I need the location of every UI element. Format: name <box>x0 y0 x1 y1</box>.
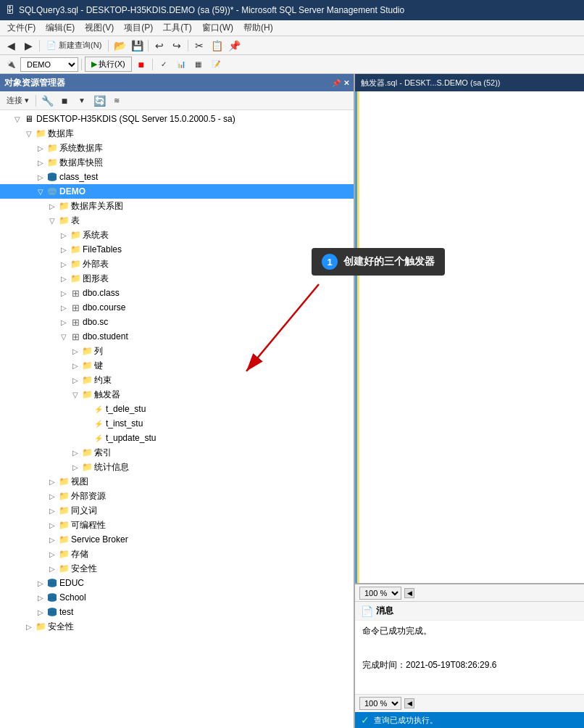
expand-ext-res[interactable]: ▷ <box>46 490 58 502</box>
tree-statistics[interactable]: ▷ 📁 统计信息 <box>0 460 354 474</box>
menu-window[interactable]: 窗口(W) <box>198 20 238 36</box>
execute-btn[interactable]: ▶ 执行(X) <box>85 57 132 72</box>
menu-file[interactable]: 文件(F) <box>3 20 40 36</box>
tree-graph-tables[interactable]: ▷ 📁 图形表 <box>0 271 354 286</box>
bottom-scroll-btn[interactable]: ◀ <box>404 698 414 708</box>
tree-db-diagram[interactable]: ▷ 📁 数据库关系图 <box>0 199 354 213</box>
expand-server[interactable]: ▽ <box>12 113 23 125</box>
tree-filetables[interactable]: ▷ 📁 FileTables <box>0 242 354 257</box>
expand-keys[interactable]: ▷ <box>70 360 81 371</box>
expand-databases[interactable]: ▽ <box>23 128 35 139</box>
menu-help[interactable]: 帮助(H) <box>239 20 278 36</box>
expand-storage[interactable]: ▷ <box>46 548 58 560</box>
expand-columns[interactable]: ▷ <box>70 345 81 357</box>
expand-tables[interactable]: ▽ <box>46 215 58 226</box>
expand-external-tables[interactable]: ▷ <box>58 258 70 270</box>
save-btn[interactable]: 💾 <box>129 38 145 53</box>
tree-keys[interactable]: ▷ 📁 键 <box>0 358 354 373</box>
expand-system-dbs[interactable]: ▷ <box>35 142 46 154</box>
tree-system-dbs[interactable]: ▷ 📁 系统数据库 <box>0 141 354 155</box>
results-btn[interactable]: 📊 <box>173 57 189 72</box>
expand-dbo-course[interactable]: ▷ <box>58 302 70 313</box>
copy-btn[interactable]: 📋 <box>209 38 225 53</box>
tree-t-dele-stu[interactable]: ⚡ t_dele_stu <box>0 402 354 416</box>
tree-constraints[interactable]: ▷ 📁 约束 <box>0 373 354 387</box>
tree-dbo-sc[interactable]: ▷ ⊞ dbo.sc <box>0 315 354 329</box>
expand-class-test[interactable]: ▷ <box>35 171 46 183</box>
parse-btn[interactable]: ✓ <box>156 57 172 72</box>
expand-graph-tables[interactable]: ▷ <box>58 273 70 284</box>
oe-pin[interactable]: 📌 <box>332 79 341 87</box>
expand-constraints[interactable]: ▷ <box>70 374 81 386</box>
expand-test[interactable]: ▷ <box>35 606 46 618</box>
menu-tools[interactable]: 工具(T) <box>159 20 196 36</box>
tree-educ[interactable]: ▷ EDUC <box>0 576 354 590</box>
tree-tables[interactable]: ▽ 📁 表 <box>0 213 354 228</box>
tree-test[interactable]: ▷ test <box>0 605 354 619</box>
tree-external-tables[interactable]: ▷ 📁 外部表 <box>0 257 354 271</box>
tree-t-update-stu[interactable]: ⚡ t_update_stu <box>0 431 354 445</box>
oe-close[interactable]: ✕ <box>343 79 349 87</box>
expand-dbo-class[interactable]: ▷ <box>58 287 70 299</box>
tree-service-broker[interactable]: ▷ 📁 Service Broker <box>0 532 354 547</box>
stop-btn[interactable]: ■ <box>133 57 149 72</box>
tree-demo[interactable]: ▽ DEMO <box>0 184 354 199</box>
text-btn[interactable]: 📝 <box>208 57 224 72</box>
tree-databases[interactable]: ▽ 📁 数据库 <box>0 126 354 141</box>
tree-storage[interactable]: ▷ 📁 存储 <box>0 547 354 561</box>
cut-btn[interactable]: ✂ <box>191 38 207 53</box>
menu-view[interactable]: 视图(V) <box>80 20 118 36</box>
connect-btn[interactable]: 🔌 <box>3 57 19 72</box>
menu-edit[interactable]: 编辑(E) <box>41 20 79 36</box>
paste-btn[interactable]: 📌 <box>226 38 242 53</box>
db-dropdown[interactable]: DEMO <box>20 57 78 72</box>
oe-connect-btn[interactable]: 连接 ▾ <box>3 94 33 108</box>
menu-project[interactable]: 项目(P) <box>120 20 157 36</box>
grid-btn[interactable]: ▦ <box>191 57 207 72</box>
expand-snapshots[interactable]: ▷ <box>35 157 46 168</box>
oe-sync-btn[interactable]: ≋ <box>109 94 125 108</box>
back-btn[interactable]: ◀ <box>3 38 19 53</box>
expand-dbo-student[interactable]: ▽ <box>58 331 70 342</box>
expand-db-sec[interactable]: ▷ <box>46 563 58 574</box>
tree-t-inst-stu[interactable]: ⚡ t_inst_stu <box>0 416 354 431</box>
query-editor[interactable] <box>355 91 584 583</box>
expand-school[interactable]: ▷ <box>35 592 46 603</box>
tree-dbo-student[interactable]: ▽ ⊞ dbo.student <box>0 329 354 344</box>
tree-school[interactable]: ▷ School <box>0 590 354 605</box>
bottom-zoom-select[interactable]: 100 % <box>359 697 401 710</box>
expand-educ[interactable]: ▷ <box>35 577 46 589</box>
undo-btn[interactable]: ↩ <box>151 38 167 53</box>
expand-indexes[interactable]: ▷ <box>70 447 81 458</box>
tree-system-tables[interactable]: ▷ 📁 系统表 <box>0 228 354 242</box>
oe-stop-btn[interactable]: ■ <box>57 94 72 108</box>
expand-sb[interactable]: ▷ <box>46 534 58 545</box>
new-query-btn[interactable]: 📄 新建查询(N) <box>43 38 105 53</box>
scroll-left-btn[interactable]: ◀ <box>404 588 414 598</box>
expand-triggers[interactable]: ▽ <box>70 389 81 400</box>
expand-dbo-sc[interactable]: ▷ <box>58 316 70 328</box>
expand-prog[interactable]: ▷ <box>46 519 58 531</box>
tree-external-resources[interactable]: ▷ 📁 外部资源 <box>0 489 354 503</box>
expand-synonyms[interactable]: ▷ <box>46 505 58 516</box>
tree-db-snapshots[interactable]: ▷ 📁 数据库快照 <box>0 155 354 170</box>
expand-system-tables[interactable]: ▷ <box>58 229 70 241</box>
tree-indexes[interactable]: ▷ 📁 索引 <box>0 445 354 460</box>
expand-demo[interactable]: ▽ <box>35 186 46 197</box>
oe-filter2-btn[interactable]: ▼ <box>74 94 90 108</box>
expand-statistics[interactable]: ▷ <box>70 461 81 473</box>
tree-columns[interactable]: ▷ 📁 列 <box>0 344 354 358</box>
top-zoom-select[interactable]: 100 % <box>359 587 401 600</box>
expand-views[interactable]: ▷ <box>46 476 58 487</box>
tree-class-test[interactable]: ▷ class_test <box>0 170 354 184</box>
expand-filetables[interactable]: ▷ <box>58 244 70 255</box>
tree-views[interactable]: ▷ 📁 视图 <box>0 474 354 489</box>
redo-btn[interactable]: ↪ <box>169 38 185 53</box>
tree-dbo-class[interactable]: ▷ ⊞ dbo.class <box>0 286 354 300</box>
tree-db-security[interactable]: ▷ 📁 安全性 <box>0 561 354 576</box>
tree-synonyms[interactable]: ▷ 📁 同义词 <box>0 503 354 518</box>
tree-triggers-folder[interactable]: ▽ 📁 触发器 <box>0 387 354 402</box>
oe-filter-btn[interactable]: 🔧 <box>39 94 55 108</box>
tree-programmability[interactable]: ▷ 📁 可编程性 <box>0 518 354 532</box>
expand-security-root[interactable]: ▷ <box>23 621 35 632</box>
